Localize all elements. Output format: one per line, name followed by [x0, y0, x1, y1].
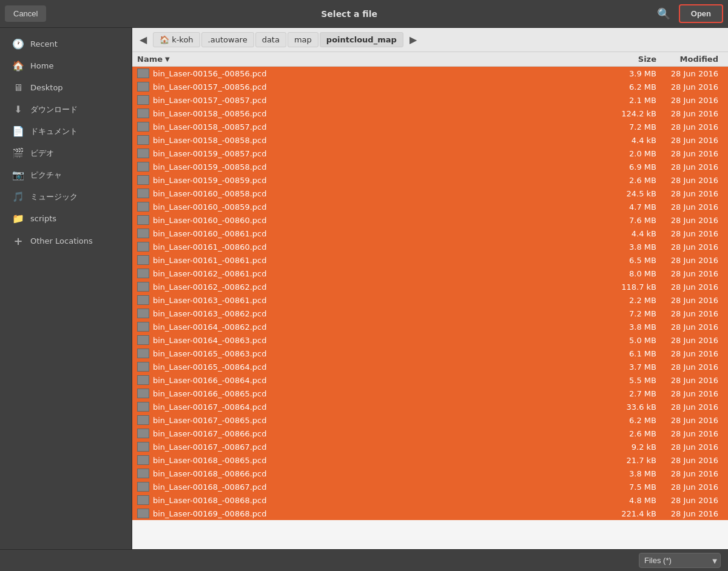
sidebar-item-label: ビデオ — [30, 148, 54, 159]
file-size: 7.5 MB — [596, 483, 656, 492]
table-row[interactable]: bin_Laser-00167_-00864.pcd33.6 kB28 Jun … — [132, 400, 728, 413]
table-row[interactable]: bin_Laser-00160_-00860.pcd7.6 MB28 Jun 2… — [132, 213, 728, 227]
breadcrumb-map[interactable]: map — [288, 32, 318, 47]
table-row[interactable]: bin_Laser-00157_-00856.pcd6.2 MB28 Jun 2… — [132, 80, 728, 93]
search-button[interactable]: 🔍 — [652, 5, 675, 23]
table-row[interactable]: bin_Laser-00164_-00862.pcd3.8 MB28 Jun 2… — [132, 320, 728, 333]
table-row[interactable]: bin_Laser-00158_-00856.pcd124.2 kB28 Jun… — [132, 107, 728, 120]
file-name: bin_Laser-00168_-00867.pcd — [153, 483, 596, 492]
recent-icon: 🕐 — [12, 38, 24, 50]
table-row[interactable]: bin_Laser-00162_-00862.pcd118.7 kB28 Jun… — [132, 280, 728, 293]
file-modified: 28 Jun 2016 — [656, 282, 723, 292]
sidebar-item-documents[interactable]: 📄 ドキュメント — [2, 121, 129, 142]
file-name: bin_Laser-00168_-00865.pcd — [153, 456, 596, 465]
sidebar-item-music[interactable]: 🎵 ミュージック — [2, 186, 129, 207]
sidebar-item-label: Other Locations — [30, 236, 93, 245]
table-row[interactable]: bin_Laser-00168_-00866.pcd3.8 MB28 Jun 2… — [132, 467, 728, 480]
file-name: bin_Laser-00159_-00858.pcd — [153, 162, 596, 172]
table-row[interactable]: bin_Laser-00156_-00856.pcd3.9 MB28 Jun 2… — [132, 67, 728, 80]
breadcrumb-home[interactable]: 🏠 k-koh — [153, 32, 200, 47]
file-list-container[interactable]: Name ▼ Size Modified bin_Laser-00156_-00… — [132, 52, 728, 549]
sidebar-item-scripts[interactable]: 📁 scripts — [2, 208, 129, 229]
table-row[interactable]: bin_Laser-00163_-00862.pcd7.2 MB28 Jun 2… — [132, 307, 728, 320]
cancel-button[interactable]: Cancel — [5, 5, 46, 22]
table-row[interactable]: bin_Laser-00160_-00859.pcd4.7 MB28 Jun 2… — [132, 200, 728, 213]
table-row[interactable]: bin_Laser-00161_-00860.pcd3.8 MB28 Jun 2… — [132, 240, 728, 253]
breadcrumb-data[interactable]: data — [255, 32, 286, 47]
breadcrumb-autoware[interactable]: .autoware — [201, 32, 254, 47]
file-icon — [137, 202, 149, 212]
table-row[interactable]: bin_Laser-00166_-00864.pcd5.5 MB28 Jun 2… — [132, 373, 728, 387]
file-modified: 28 Jun 2016 — [656, 229, 723, 238]
table-row[interactable]: bin_Laser-00168_-00868.pcd4.8 MB28 Jun 2… — [132, 493, 728, 507]
file-modified: 28 Jun 2016 — [656, 496, 723, 505]
sidebar-item-home[interactable]: 🏠 Home — [2, 55, 129, 76]
file-size: 2.6 MB — [596, 176, 656, 185]
music-icon: 🎵 — [12, 191, 24, 202]
file-icon — [137, 322, 149, 332]
sidebar-item-other-locations[interactable]: + Other Locations — [2, 230, 129, 252]
table-row[interactable]: bin_Laser-00168_-00867.pcd7.5 MB28 Jun 2… — [132, 480, 728, 493]
column-size-header[interactable]: Size — [596, 55, 656, 64]
sidebar-item-pictures[interactable]: 📷 ピクチャ — [2, 164, 129, 185]
file-size: 4.8 MB — [596, 496, 656, 505]
file-modified: 28 Jun 2016 — [656, 269, 723, 278]
table-row[interactable]: bin_Laser-00159_-00857.pcd2.0 MB28 Jun 2… — [132, 147, 728, 160]
file-size: 33.6 kB — [596, 402, 656, 412]
open-button[interactable]: Open — [679, 4, 723, 23]
column-name-header[interactable]: Name ▼ — [137, 55, 596, 64]
table-row[interactable]: bin_Laser-00168_-00865.pcd21.7 kB28 Jun … — [132, 453, 728, 467]
file-name: bin_Laser-00160_-00861.pcd — [153, 229, 596, 238]
table-row[interactable]: bin_Laser-00160_-00861.pcd4.4 kB28 Jun 2… — [132, 227, 728, 240]
file-name: bin_Laser-00166_-00864.pcd — [153, 376, 596, 385]
file-list-header: Name ▼ Size Modified — [132, 52, 728, 67]
file-modified: 28 Jun 2016 — [656, 322, 723, 332]
table-row[interactable]: bin_Laser-00169_-00868.pcd221.4 kB28 Jun… — [132, 507, 728, 520]
sidebar-item-downloads[interactable]: ⬇ ダウンロード — [2, 99, 129, 120]
table-row[interactable]: bin_Laser-00164_-00863.pcd5.0 MB28 Jun 2… — [132, 333, 728, 347]
file-modified: 28 Jun 2016 — [656, 176, 723, 185]
file-size: 124.2 kB — [596, 109, 656, 118]
table-row[interactable]: bin_Laser-00165_-00864.pcd3.7 MB28 Jun 2… — [132, 360, 728, 373]
sidebar: 🕐 Recent 🏠 Home 🖥 Desktop ⬇ ダウンロード 📄 ドキュ… — [0, 28, 132, 549]
table-row[interactable]: bin_Laser-00161_-00861.pcd6.5 MB28 Jun 2… — [132, 253, 728, 267]
file-size: 6.2 MB — [596, 82, 656, 92]
table-row[interactable]: bin_Laser-00167_-00866.pcd2.6 MB28 Jun 2… — [132, 427, 728, 440]
table-row[interactable]: bin_Laser-00163_-00861.pcd2.2 MB28 Jun 2… — [132, 293, 728, 307]
table-row[interactable]: bin_Laser-00162_-00861.pcd8.0 MB28 Jun 2… — [132, 267, 728, 280]
file-modified: 28 Jun 2016 — [656, 96, 723, 105]
file-name: bin_Laser-00161_-00861.pcd — [153, 256, 596, 265]
file-icon — [137, 68, 149, 78]
table-row[interactable]: bin_Laser-00159_-00858.pcd6.9 MB28 Jun 2… — [132, 160, 728, 173]
sidebar-item-desktop[interactable]: 🖥 Desktop — [2, 77, 129, 98]
file-name: bin_Laser-00166_-00865.pcd — [153, 389, 596, 398]
table-row[interactable]: bin_Laser-00166_-00865.pcd2.7 MB28 Jun 2… — [132, 387, 728, 400]
table-row[interactable]: bin_Laser-00158_-00857.pcd7.2 MB28 Jun 2… — [132, 120, 728, 133]
file-icon — [137, 215, 149, 225]
file-icon — [137, 402, 149, 412]
table-row[interactable]: bin_Laser-00160_-00858.pcd24.5 kB28 Jun … — [132, 187, 728, 200]
filter-select[interactable]: Files (*)PCD Files (*.pcd)All Files — [639, 553, 721, 568]
breadcrumb-pointcloud-map[interactable]: pointcloud_map — [320, 32, 403, 47]
table-row[interactable]: bin_Laser-00167_-00865.pcd6.2 MB28 Jun 2… — [132, 413, 728, 427]
pictures-icon: 📷 — [12, 169, 24, 181]
file-modified: 28 Jun 2016 — [656, 189, 723, 198]
breadcrumb: ◀ 🏠 k-koh .autoware data map pointcloud_… — [132, 28, 728, 52]
file-size: 3.8 MB — [596, 322, 656, 332]
file-icon — [137, 349, 149, 358]
table-row[interactable]: bin_Laser-00159_-00859.pcd2.6 MB28 Jun 2… — [132, 173, 728, 187]
table-row[interactable]: bin_Laser-00158_-00858.pcd4.4 kB28 Jun 2… — [132, 133, 728, 147]
breadcrumb-forward-button[interactable]: ▶ — [405, 32, 422, 48]
table-row[interactable]: bin_Laser-00167_-00867.pcd9.2 kB28 Jun 2… — [132, 440, 728, 453]
file-name: bin_Laser-00167_-00866.pcd — [153, 429, 596, 438]
sidebar-item-recent[interactable]: 🕐 Recent — [2, 33, 129, 55]
table-row[interactable]: bin_Laser-00157_-00857.pcd2.1 MB28 Jun 2… — [132, 93, 728, 107]
file-icon — [137, 82, 149, 92]
sidebar-item-videos[interactable]: 🎬 ビデオ — [2, 142, 129, 164]
breadcrumb-back-button[interactable]: ◀ — [135, 32, 152, 48]
file-name: bin_Laser-00162_-00861.pcd — [153, 269, 596, 278]
file-size: 4.4 kB — [596, 136, 656, 145]
column-modified-header[interactable]: Modified — [656, 55, 723, 64]
table-row[interactable]: bin_Laser-00165_-00863.pcd6.1 MB28 Jun 2… — [132, 347, 728, 360]
documents-icon: 📄 — [12, 125, 24, 137]
